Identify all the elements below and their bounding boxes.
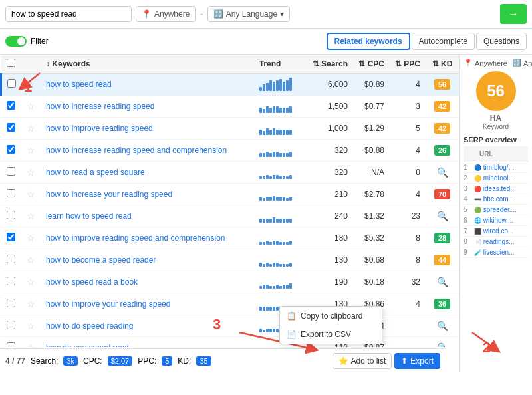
row-checkbox[interactable] <box>7 233 15 241</box>
trend-cell <box>254 184 307 205</box>
copy-clipboard-item[interactable]: 📋 Copy to clipboard <box>280 307 382 325</box>
kd-sublabel: Keyword <box>464 123 528 130</box>
row-checkbox[interactable] <box>7 79 16 88</box>
kd-cell: 70 <box>426 184 459 205</box>
row-checkbox-cell <box>1 271 22 293</box>
filter-toggle[interactable]: Filter <box>5 36 49 47</box>
location-label: Anywhere <box>154 9 190 19</box>
row-checkbox[interactable] <box>7 299 15 307</box>
tab-autocomplete[interactable]: Autocomplete <box>412 33 475 50</box>
table-row: ☆ learn how to speed read 240 $1.32 23 🔍 <box>1 205 460 227</box>
tab-related-keywords[interactable]: Related keywords <box>327 33 410 50</box>
serp-url[interactable]: tim.blog/... <box>483 164 514 171</box>
serp-url-cell: 🧪 livescien... <box>474 247 528 258</box>
export-csv-item[interactable]: 📄 Export to CSV <box>280 325 382 344</box>
row-star-cell: ☆ <box>21 184 41 205</box>
search-cell: 1,000 <box>307 118 353 140</box>
page-indicator: 4 / 77 <box>5 356 25 366</box>
serp-url-cell: 🌐 wikihow.... <box>474 215 528 226</box>
row-checkbox-cell <box>1 140 22 162</box>
serp-url[interactable]: wired.co... <box>483 227 514 235</box>
row-checkbox-cell <box>1 96 22 118</box>
cpc-cell: $0.77 <box>353 96 390 118</box>
sidebar-lang-value: Any <box>523 59 532 67</box>
serp-table: URL 1 🔵 tim.blog/... 2 🟡 mindtool... 3 🔴… <box>464 146 528 258</box>
star-icon[interactable]: ☆ <box>27 123 35 134</box>
star-icon[interactable]: ☆ <box>27 342 35 347</box>
serp-url-cell: 🔵 tim.blog/... <box>474 162 528 173</box>
row-checkbox[interactable] <box>7 101 15 110</box>
row-checkbox[interactable] <box>7 167 15 176</box>
star-icon[interactable]: ☆ <box>27 321 35 331</box>
row-checkbox[interactable] <box>7 255 15 263</box>
ppc-cell: 8 <box>390 249 426 271</box>
table-row: ☆ how to improve your reading speed 130 … <box>1 293 460 315</box>
serp-overview-title: SERP overview <box>464 136 528 144</box>
serp-url[interactable]: livescien... <box>483 249 515 256</box>
language-selector[interactable]: 🔡 Any Language ▾ <box>207 6 290 22</box>
row-checkbox[interactable] <box>7 189 15 198</box>
ppc-cell: 3 <box>390 96 426 118</box>
row-checkbox[interactable] <box>7 321 15 329</box>
serp-num: 5 <box>464 205 474 215</box>
star-icon[interactable]: ☆ <box>27 299 35 309</box>
favicon-icon: 🧪 <box>474 249 481 256</box>
star-icon[interactable]: ☆ <box>27 211 35 221</box>
copy-clipboard-label: Copy to clipboard <box>301 311 362 321</box>
tab-questions[interactable]: Questions <box>476 33 527 50</box>
select-all-checkbox[interactable] <box>7 59 15 67</box>
go-button[interactable]: → <box>500 4 527 24</box>
search-input[interactable] <box>11 9 126 19</box>
serp-col-url: URL <box>474 146 528 162</box>
serp-url[interactable]: bbc.com... <box>483 196 514 203</box>
serp-row: 5 🟢 spreeder.... <box>464 205 528 215</box>
row-checkbox-cell <box>1 184 22 205</box>
serp-url[interactable]: mindtool... <box>483 174 514 182</box>
star-icon[interactable]: ☆ <box>27 277 35 287</box>
row-checkbox[interactable] <box>7 211 15 219</box>
row-checkbox[interactable] <box>7 145 15 154</box>
kd-cell: 44 <box>426 249 459 271</box>
serp-num: 7 <box>464 226 474 237</box>
row-checkbox[interactable] <box>7 277 15 285</box>
star-icon[interactable]: ☆ <box>27 79 35 90</box>
row-checkbox-cell <box>1 205 22 227</box>
keyword-cell: how to increase reading speed <box>41 96 254 118</box>
serp-url[interactable]: readings... <box>483 238 515 245</box>
serp-url[interactable]: wikihow.... <box>483 217 514 224</box>
row-checkbox[interactable] <box>7 342 15 347</box>
tab-group: Related keywords Autocomplete Questions <box>327 33 527 50</box>
separator: - <box>200 8 203 20</box>
cpc-cell: $1.32 <box>353 205 390 227</box>
serp-num: 1 <box>464 162 474 173</box>
search-box[interactable] <box>5 6 132 22</box>
export-csv-label: Export to CSV <box>301 330 351 339</box>
serp-url[interactable]: spreeder.... <box>483 206 517 213</box>
add-list-label: Add to list <box>351 356 386 366</box>
kd-cell: 26 <box>426 140 459 162</box>
star-icon[interactable]: ☆ <box>27 167 35 178</box>
row-star-cell: ☆ <box>21 227 41 249</box>
col-trend: Trend <box>254 55 307 74</box>
table-row: ☆ how to speed read 6,000 $0.89 4 56 <box>1 74 460 96</box>
star-icon[interactable]: ☆ <box>27 189 35 199</box>
star-icon[interactable]: ☆ <box>27 255 35 265</box>
star-icon[interactable]: ☆ <box>27 233 35 243</box>
table-row: ☆ how to improve reading speed 1,000 $1.… <box>1 118 460 140</box>
row-star-cell: ☆ <box>21 271 41 293</box>
sidebar-location: 📍 Anywhere 🔡 Any <box>464 59 528 67</box>
keyword-cell: how to improve your reading speed <box>41 293 254 315</box>
kd-cell: 42 <box>426 96 459 118</box>
export-button[interactable]: ⬆ Export <box>394 353 440 369</box>
table-row: ☆ how do you speed read 110 $0.87 🔍 <box>1 337 460 348</box>
location-selector[interactable]: 📍 Anywhere <box>136 6 196 22</box>
star-icon[interactable]: ☆ <box>27 145 35 156</box>
serp-row: 1 🔵 tim.blog/... <box>464 162 528 173</box>
cpc-cell: $0.18 <box>353 271 390 293</box>
add-to-list-button[interactable]: ⭐ Add to list <box>332 353 392 369</box>
star-icon[interactable]: ☆ <box>27 101 35 112</box>
trend-cell <box>254 162 307 184</box>
serp-row: 4 ➖ bbc.com... <box>464 194 528 205</box>
serp-url[interactable]: ideas.ted... <box>483 185 516 192</box>
row-checkbox[interactable] <box>7 123 15 132</box>
